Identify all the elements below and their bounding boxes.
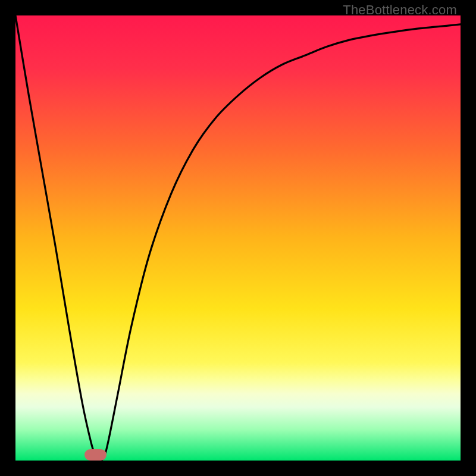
curve-layer bbox=[15, 15, 461, 461]
chart-frame: TheBottleneck.com bbox=[0, 0, 476, 476]
watermark-text: TheBottleneck.com bbox=[343, 2, 457, 18]
optimal-region-marker bbox=[84, 449, 107, 461]
plot-area bbox=[15, 15, 461, 461]
bottleneck-curve bbox=[15, 15, 461, 461]
